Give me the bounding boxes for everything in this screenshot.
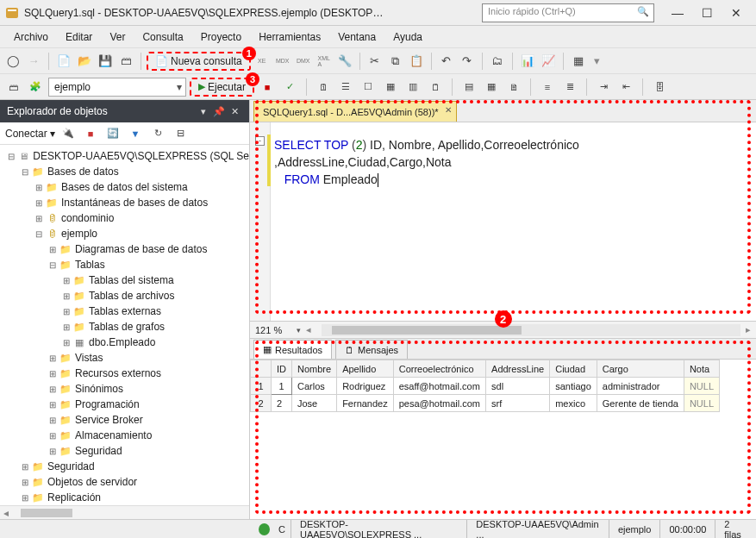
save-button[interactable]: 💾 xyxy=(96,52,115,71)
object-tree[interactable]: ⊟🖥DESKTOP-UAAE5VQ\SQLEXPRESS (SQL Se ⊟📁B… xyxy=(0,145,249,505)
tree-recursos[interactable]: ⊞📁Recursos externos xyxy=(3,366,249,381)
results-text-button[interactable]: ▤ xyxy=(459,78,478,97)
execution-plan-button[interactable]: 📈 xyxy=(539,52,558,71)
col-apellido[interactable]: Apellido xyxy=(337,360,394,378)
indent-button[interactable]: ⇥ xyxy=(594,78,613,97)
tree-tablas-grafos[interactable]: ⊞📁Tablas de grafos xyxy=(3,319,249,335)
object-explorer-button[interactable]: 🗂 xyxy=(488,52,507,71)
table-row[interactable]: 2 2 Jose Fernandez pesa@hotmail.com srf … xyxy=(251,395,720,412)
query-options-button[interactable]: ☰ xyxy=(336,78,355,97)
include-plan-button[interactable]: ▦ xyxy=(381,78,400,97)
table-row[interactable]: 1 1 Carlos Rodriguez esaff@hotmail.com s… xyxy=(251,378,720,395)
mdx-button[interactable]: MDX xyxy=(273,52,292,71)
tab-mensajes[interactable]: 🗒Mensajes xyxy=(335,340,408,359)
tree-sinonimos[interactable]: ⊞📁Sinónimos xyxy=(3,381,249,397)
tree-vistas[interactable]: ⊞📁Vistas xyxy=(3,350,249,366)
stop-button[interactable]: ■ xyxy=(258,78,277,97)
nav-back-button[interactable]: ◯ xyxy=(3,52,22,71)
nav-fwd-button[interactable]: → xyxy=(24,52,43,71)
copy-button[interactable]: ⧉ xyxy=(386,52,405,71)
paste-button[interactable]: 📋 xyxy=(407,52,426,71)
refresh-button[interactable]: 🔄 xyxy=(103,124,122,143)
tree-tablas[interactable]: ⊟📁Tablas xyxy=(3,257,249,272)
tree-programacion[interactable]: ⊞📁Programación xyxy=(3,397,249,412)
tree-replicacion[interactable]: ⊞📁Replicación xyxy=(3,490,249,505)
change-connection-button[interactable]: 🧩 xyxy=(26,78,45,97)
tree-seguridad[interactable]: ⊞📁Seguridad xyxy=(3,459,249,474)
col-ciudad[interactable]: Ciudad xyxy=(550,360,597,378)
tree-almacenamiento[interactable]: ⊞📁Almacenamiento xyxy=(3,428,249,443)
config-dropdown[interactable]: ▾ xyxy=(590,52,604,71)
menu-ver[interactable]: Ver xyxy=(101,28,134,46)
tree-tablas-sistema[interactable]: ⊞📁Tablas del sistema xyxy=(3,272,249,288)
col-nota[interactable]: Nota xyxy=(684,360,719,378)
dmx-button[interactable]: DMX xyxy=(294,52,313,71)
panel-pin-button[interactable]: 📌 xyxy=(211,106,227,117)
menu-archivo[interactable]: Archivo xyxy=(5,28,57,46)
col-nombre[interactable]: Nombre xyxy=(292,360,337,378)
ejecutar-button[interactable]: ▶ Ejecutar 3 xyxy=(190,78,254,97)
menu-editar[interactable]: Editar xyxy=(57,28,101,46)
tree-server[interactable]: ⊟🖥DESKTOP-UAAE5VQ\SQLEXPRESS (SQL Se xyxy=(3,148,249,164)
client-stats-button[interactable]: 🗒 xyxy=(426,78,445,97)
tree-seguridad-db[interactable]: ⊞📁Seguridad xyxy=(3,443,249,459)
open-button[interactable]: 📂 xyxy=(75,52,94,71)
results-grid[interactable]: ID Nombre Apellido Correoelectrónico Add… xyxy=(250,360,756,519)
outline-collapse-icon[interactable]: - xyxy=(255,136,265,146)
results-file-button[interactable]: 🗎 xyxy=(504,78,523,97)
panel-dropdown-button[interactable]: ▾ xyxy=(196,106,211,117)
editor-hscroll[interactable] xyxy=(322,324,740,336)
sql-editor[interactable]: - SELECT TOP (2) ID, Nombre, Apellido,Co… xyxy=(250,122,756,321)
specify-values-button[interactable]: 🗄 xyxy=(650,78,669,97)
menu-consulta[interactable]: Consulta xyxy=(134,28,191,46)
panel-close-button[interactable]: ✕ xyxy=(227,106,242,117)
quick-launch-input[interactable]: Inicio rápido (Ctrl+Q) xyxy=(482,3,654,22)
tree-hscroll[interactable]: ◂ xyxy=(0,505,249,519)
tree-snapshots[interactable]: ⊞📁Instantáneas de bases de datos xyxy=(3,195,249,210)
tree-ejemplo[interactable]: ⊟🛢ejemplo xyxy=(3,226,249,241)
tab-close-button[interactable]: ✕ xyxy=(445,105,452,115)
save-all-button[interactable]: 🗃 xyxy=(116,52,135,71)
parse-button[interactable]: ✓ xyxy=(280,78,299,97)
file-tab-active[interactable]: SQLQuery1.sql - D...AE5VQ\Admin (58))* ✕ xyxy=(253,101,457,122)
tree-service-broker[interactable]: ⊞📁Service Broker xyxy=(3,412,249,428)
comment-button[interactable]: ≡ xyxy=(538,78,557,97)
tree-condominio[interactable]: ⊞🛢condominio xyxy=(3,210,249,226)
estimated-plan-button[interactable]: 🗓 xyxy=(314,78,333,97)
filter-button[interactable]: ▼ xyxy=(126,124,145,143)
close-button[interactable]: ✕ xyxy=(722,3,751,23)
nueva-consulta-button[interactable]: 📄 Nueva consulta 1 xyxy=(147,52,251,71)
collapse-button[interactable]: ⊟ xyxy=(171,124,190,143)
search-button[interactable]: ↻ xyxy=(148,124,167,143)
tree-tablas-archivos[interactable]: ⊞📁Tablas de archivos xyxy=(3,288,249,303)
menu-herramientas[interactable]: Herramientas xyxy=(250,28,329,46)
minimize-button[interactable]: — xyxy=(663,3,692,23)
menu-ayuda[interactable]: Ayuda xyxy=(384,28,431,46)
uncomment-button[interactable]: ≣ xyxy=(560,78,579,97)
menu-ventana[interactable]: Ventana xyxy=(329,28,384,46)
window-layout-button[interactable]: ▦ xyxy=(569,52,588,71)
menu-proyecto[interactable]: Proyecto xyxy=(192,28,250,46)
live-stats-button[interactable]: ▥ xyxy=(403,78,422,97)
connect-button[interactable]: Conectar xyxy=(5,128,55,140)
col-cargo[interactable]: Cargo xyxy=(597,360,684,378)
tree-objetos-servidor[interactable]: ⊞📁Objetos de servidor xyxy=(3,474,249,490)
tree-diagrams[interactable]: ⊞📁Diagramas de base de datos xyxy=(3,241,249,257)
use-db-button[interactable]: 🗃 xyxy=(3,78,22,97)
new-project-button[interactable]: 📄 xyxy=(54,52,73,71)
zoom-value[interactable]: 121 % xyxy=(255,325,297,335)
activity-monitor-button[interactable]: 📊 xyxy=(518,52,537,71)
xmla-button[interactable]: XMLA xyxy=(315,52,334,71)
stop2-button[interactable]: ■ xyxy=(81,124,100,143)
disconnect-button[interactable]: 🔌 xyxy=(59,124,78,143)
cut-button[interactable]: ✂ xyxy=(366,52,384,71)
maximize-button[interactable]: ☐ xyxy=(692,3,722,23)
tree-databases[interactable]: ⊟📁Bases de datos xyxy=(3,164,249,179)
tree-sysdb[interactable]: ⊞📁Bases de datos del sistema xyxy=(3,179,249,195)
tab-resultados[interactable]: ▦Resultados xyxy=(253,340,332,359)
outdent-button[interactable]: ⇤ xyxy=(616,78,635,97)
col-correo[interactable]: Correoelectrónico xyxy=(393,360,485,378)
results-grid-button[interactable]: ▦ xyxy=(482,78,501,97)
properties-button[interactable]: 🔧 xyxy=(335,52,354,71)
database-combo[interactable]: ejemplo xyxy=(48,78,186,97)
